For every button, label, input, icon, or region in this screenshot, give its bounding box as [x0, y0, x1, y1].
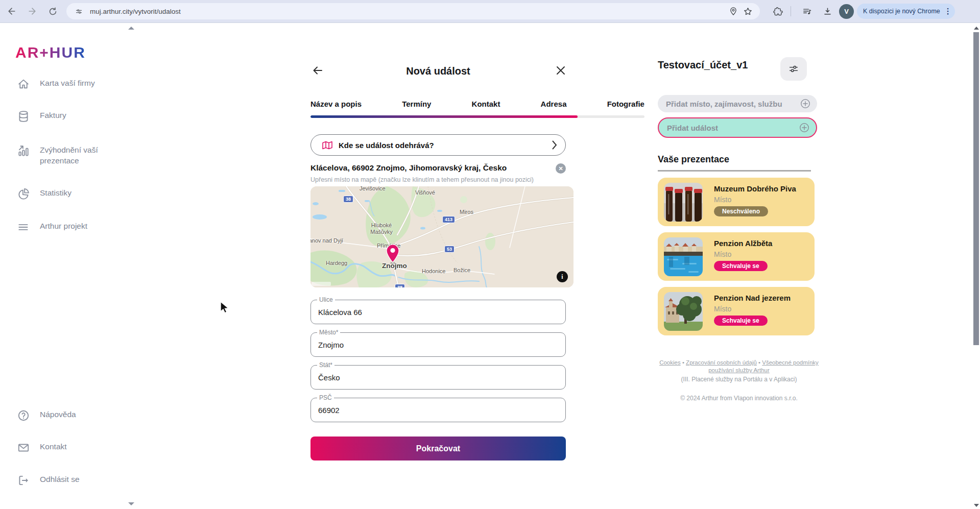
forward-icon	[27, 6, 37, 16]
location-pin-icon[interactable]	[726, 4, 740, 18]
map-city-label: Znojmo	[382, 262, 407, 270]
add-event-button[interactable]: Přidat událost	[658, 117, 817, 138]
playlist-icon	[802, 7, 812, 16]
close-icon	[555, 64, 567, 77]
sidebar-item-promote[interactable]: Zvýhodnění vaší prezentace	[17, 144, 129, 166]
sidebar-item-statistics[interactable]: Statistiky	[17, 187, 129, 201]
road-number-badge: 38	[343, 196, 353, 203]
presentation-type: Místo	[714, 250, 731, 258]
omnibox[interactable]: muj.arthur.city/vytvorit/udalost	[66, 3, 760, 19]
map-icon	[322, 141, 332, 150]
account-settings-button[interactable]	[780, 57, 807, 81]
country-field: Stát*	[310, 365, 566, 390]
tab-contact[interactable]: Kontakt	[472, 100, 500, 108]
presentation-name: Penzion Nad jezerem	[714, 294, 791, 302]
legal-links: Cookies • Zpracování osobních údajů • Vš…	[658, 359, 820, 383]
status-badge: Neschváleno	[714, 206, 768, 216]
map-pin-icon[interactable]	[386, 244, 399, 263]
map-town-label: Hodonice	[422, 268, 445, 274]
zip-input[interactable]	[318, 398, 553, 422]
plus-circle-icon	[799, 122, 810, 133]
sidebar-item-help[interactable]: Nápověda	[17, 409, 129, 422]
modal-header: Nová událost	[310, 60, 646, 83]
profile-avatar[interactable]: V	[839, 4, 854, 19]
mouse-cursor	[220, 301, 231, 314]
account-panel: Testovací_účet_v1 Přidat místo, zajímavo…	[658, 56, 820, 402]
sidebar-item-invoices[interactable]: Faktury	[17, 110, 129, 123]
sidebar-item-logout[interactable]: Odhlásit se	[17, 474, 129, 487]
presentation-card[interactable]: Penzion Nad jezerem Místo Schvaluje se	[658, 287, 815, 335]
sidebar-item-label: Odhlásit se	[40, 474, 80, 484]
sidebar-item-label: Faktury	[40, 110, 66, 120]
back-button[interactable]	[3, 3, 20, 20]
downloads-button[interactable]	[819, 3, 836, 20]
modal-close-button[interactable]	[555, 64, 567, 77]
map-town-label: Hluboké Mašůvky	[366, 222, 397, 235]
tab-address[interactable]: Adresa	[541, 100, 567, 108]
back-icon	[7, 6, 17, 16]
sidebar-scroll-down-icon[interactable]	[128, 502, 134, 505]
forward-button[interactable]	[23, 3, 41, 20]
pie-chart-icon	[17, 187, 30, 201]
modal-tab-bar: Název a popis Termíny Kontakt Adresa Fot…	[310, 100, 644, 108]
mail-icon	[17, 441, 30, 454]
bookmark-star-icon[interactable]	[740, 4, 755, 18]
add-place-label: Přidat místo, zajímavost, službu	[666, 100, 800, 108]
extensions-button[interactable]	[769, 3, 786, 20]
clear-address-button[interactable]: ✕	[556, 163, 566, 174]
toolbar-divider	[791, 6, 791, 16]
wizard-progress-track	[310, 115, 644, 118]
map-canvas[interactable]: Jevišovice Višňové Miros Hluboké Mašůvky…	[310, 186, 573, 287]
presentation-type: Místo	[714, 196, 731, 204]
map-town-label: Božice	[453, 267, 470, 273]
tab-dates[interactable]: Termíny	[402, 100, 431, 108]
street-input[interactable]	[318, 300, 553, 324]
tab-photos[interactable]: Fotografie	[607, 100, 644, 108]
scrollbar-up-icon[interactable]	[974, 27, 979, 30]
chrome-update-pill[interactable]: K dispozici je nový Chrome ⋮	[857, 4, 955, 19]
sidebar-item-label: Karta vaší firmy	[40, 78, 95, 88]
toolbar-actions: V K dispozici je nový Chrome ⋮	[766, 3, 960, 20]
road-number-badge: 413	[442, 216, 455, 223]
invoices-stack-icon	[17, 110, 30, 123]
map-town-label: ranov nad Dyjí	[310, 237, 343, 244]
sidebar-item-company-card[interactable]: Karta vaší firmy	[17, 78, 129, 91]
sidebar-item-label: Statistiky	[40, 187, 71, 198]
presentation-card[interactable]: Penzion Alžběta Místo Schvaluje se	[658, 232, 815, 281]
add-place-button[interactable]: Přidat místo, zajímavost, službu	[658, 95, 817, 112]
selected-address: Klácelova, 66902 Znojmo, Jihomoravský kr…	[310, 163, 552, 173]
map-info-button[interactable]: i	[557, 271, 568, 282]
street-field: Ulice	[310, 300, 566, 324]
help-icon	[17, 409, 30, 422]
scrollbar-down-icon[interactable]	[974, 504, 979, 507]
country-input[interactable]	[318, 366, 553, 389]
zip-field: PSČ	[310, 398, 566, 422]
privacy-link[interactable]: Zpracování osobních údajů	[686, 359, 757, 366]
presentation-name: Muzeum Dobrého Piva	[714, 184, 796, 193]
browser-toolbar: muj.arthur.city/vytvorit/udalost V K dis…	[0, 0, 980, 23]
sidebar-item-label: Zvýhodnění vaší prezentace	[40, 144, 129, 166]
presentation-thumbnail-pool	[664, 237, 703, 276]
media-controls-button[interactable]	[798, 3, 816, 20]
map-town-label: Višňové	[415, 189, 435, 196]
url-bar[interactable]: muj.arthur.city/vytvorit/udalost	[90, 8, 726, 15]
sidebar-item-label: Kontakt	[40, 441, 67, 452]
site-info-icon[interactable]	[71, 4, 86, 18]
scrollbar-thumb[interactable]	[973, 32, 979, 345]
tab-name-description[interactable]: Název a popis	[310, 100, 362, 108]
reload-button[interactable]	[44, 3, 61, 20]
sidebar-scroll-up-icon[interactable]	[128, 27, 134, 30]
cookies-link[interactable]: Cookies	[659, 359, 681, 366]
browser-menu-icon[interactable]: ⋮	[944, 7, 952, 16]
continue-button[interactable]: Pokračovat	[310, 437, 566, 460]
address-hint: Upřesni místo na mapě (značku lze klinut…	[310, 176, 646, 183]
page-scrollbar[interactable]	[972, 23, 980, 509]
sidebar-item-arthur-project[interactable]: Arthur projekt	[17, 221, 129, 234]
presentation-card[interactable]: Muzeum Dobrého Piva Místo Neschváleno	[658, 178, 815, 226]
city-input[interactable]	[318, 333, 553, 356]
download-icon	[823, 7, 832, 16]
presentation-type: Místo	[714, 305, 731, 313]
where-event-button[interactable]: Kde se událost odehrává?	[310, 134, 566, 156]
sidebar-item-contact[interactable]: Kontakt	[17, 441, 129, 454]
modal-title: Nová událost	[310, 65, 566, 77]
